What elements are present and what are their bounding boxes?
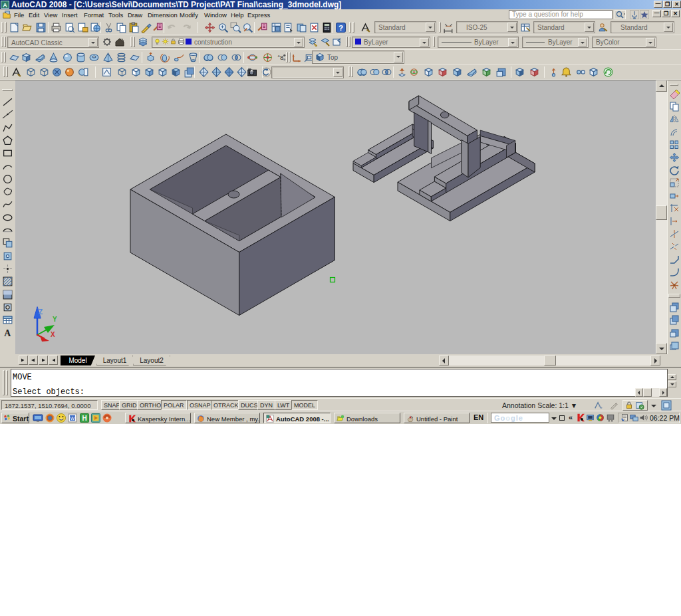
svg-text:X: X bbox=[51, 331, 55, 338]
svg-text:?: ? bbox=[339, 23, 343, 32]
svg-text:H: H bbox=[82, 415, 86, 422]
svg-text:W: W bbox=[70, 416, 75, 421]
svg-text:A: A bbox=[3, 2, 7, 9]
svg-text:A: A bbox=[4, 328, 11, 338]
svg-text:°8: °8 bbox=[277, 54, 283, 61]
svg-text:Y: Y bbox=[53, 316, 57, 323]
svg-text:Z: Z bbox=[39, 308, 43, 316]
